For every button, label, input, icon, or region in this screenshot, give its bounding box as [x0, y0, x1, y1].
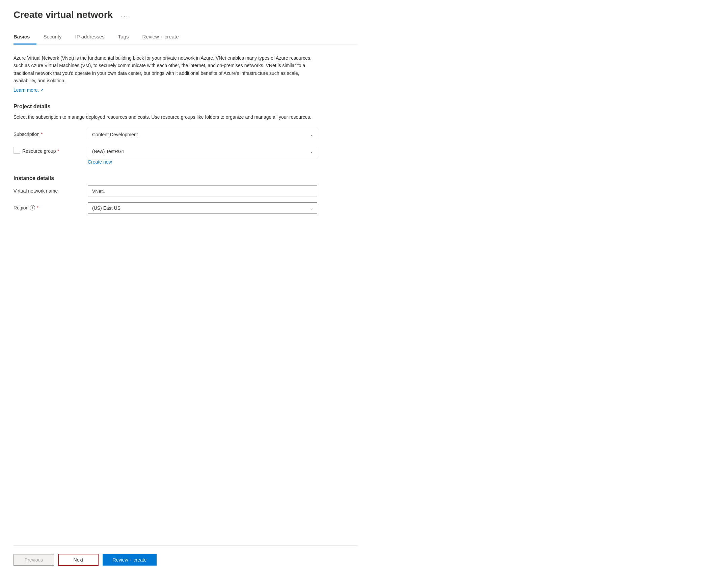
subscription-required: * [41, 132, 43, 137]
tab-ip-addresses[interactable]: IP addresses [69, 30, 111, 45]
region-row: Region i * (US) East US ⌄ [14, 202, 358, 214]
learn-more-text: Learn more. [14, 87, 39, 93]
create-new-link[interactable]: Create new [88, 159, 112, 165]
vnet-name-input[interactable] [88, 185, 317, 197]
resource-group-required: * [57, 148, 59, 154]
tab-tags[interactable]: Tags [111, 30, 136, 45]
resource-group-control: (New) TestRG1 ⌄ Create new [88, 146, 317, 165]
region-select[interactable]: (US) East US [88, 202, 317, 214]
previous-button[interactable]: Previous [14, 554, 54, 566]
project-details-title: Project details [14, 104, 358, 110]
tab-review-create[interactable]: Review + create [136, 30, 186, 45]
next-button[interactable]: Next [58, 554, 99, 566]
resource-group-select[interactable]: (New) TestRG1 [88, 146, 317, 157]
vnet-name-row: Virtual network name [14, 185, 358, 197]
footer: Previous Next Review + create [14, 545, 358, 574]
tab-bar: Basics Security IP addresses Tags Review… [14, 30, 358, 45]
region-required: * [36, 205, 38, 210]
tab-basics[interactable]: Basics [14, 30, 36, 45]
project-details-section: Project details Select the subscription … [14, 104, 358, 165]
indent-line [14, 147, 20, 154]
ellipsis-button[interactable]: ... [118, 10, 131, 20]
vnet-name-label: Virtual network name [14, 185, 81, 194]
project-details-description: Select the subscription to manage deploy… [14, 114, 317, 121]
resource-group-row: Resource group * (New) TestRG1 ⌄ Create … [14, 146, 358, 165]
subscription-select[interactable]: Content Development [88, 129, 317, 140]
resource-group-label-wrapper: Resource group * [14, 146, 81, 154]
vnet-name-control [88, 185, 317, 197]
learn-more-link[interactable]: Learn more. ↗ [14, 87, 44, 93]
region-control: (US) East US ⌄ [88, 202, 317, 214]
review-create-button[interactable]: Review + create [103, 554, 157, 566]
page-title: Create virtual network [14, 9, 113, 20]
instance-details-section: Instance details Virtual network name Re… [14, 175, 358, 214]
tab-security[interactable]: Security [36, 30, 68, 45]
external-link-icon: ↗ [40, 88, 44, 92]
vnet-description: Azure Virtual Network (VNet) is the fund… [14, 54, 317, 85]
subscription-row: Subscription * Content Development ⌄ [14, 129, 358, 140]
instance-details-title: Instance details [14, 175, 358, 181]
region-label: Region i * [14, 202, 81, 210]
subscription-label: Subscription * [14, 129, 81, 137]
resource-group-label: Resource group [22, 148, 56, 154]
subscription-control: Content Development ⌄ [88, 129, 317, 140]
region-info-icon[interactable]: i [30, 205, 35, 210]
